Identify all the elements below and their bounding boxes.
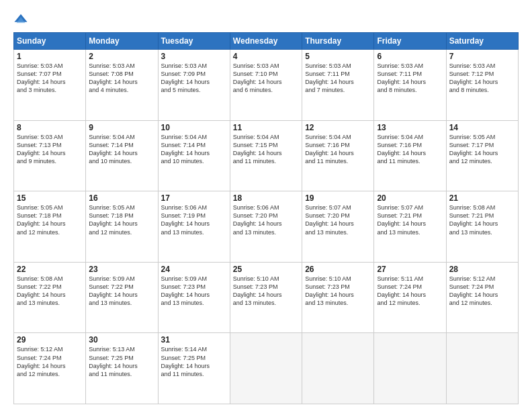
day-number: 30 [89, 335, 154, 345]
day-cell-7: 7 Sunrise: 5:03 AMSunset: 7:12 PMDayligh… [446, 50, 518, 121]
day-number: 13 [377, 123, 443, 132]
day-number: 14 [449, 123, 515, 132]
cell-content: Sunrise: 5:05 AMSunset: 7:18 PMDaylight:… [17, 204, 66, 235]
cell-content: Sunrise: 5:03 AMSunset: 7:10 PMDaylight:… [233, 62, 282, 93]
day-cell-18: 18 Sunrise: 5:06 AMSunset: 7:20 PMDaylig… [230, 191, 302, 263]
day-cell-17: 17 Sunrise: 5:06 AMSunset: 7:19 PMDaylig… [158, 191, 230, 263]
day-number: 11 [233, 123, 299, 132]
day-cell-27: 27 Sunrise: 5:11 AMSunset: 7:24 PMDaylig… [374, 262, 446, 333]
day-number: 6 [377, 52, 443, 61]
day-number: 15 [17, 193, 83, 203]
day-cell-13: 13 Sunrise: 5:04 AMSunset: 7:16 PMDaylig… [374, 120, 446, 191]
day-number: 12 [305, 123, 371, 132]
day-cell-3: 3 Sunrise: 5:03 AMSunset: 7:09 PMDayligh… [158, 50, 230, 121]
day-cell-1: 1 Sunrise: 5:03 AMSunset: 7:07 PMDayligh… [14, 50, 86, 121]
cell-content: Sunrise: 5:10 AMSunset: 7:23 PMDaylight:… [305, 275, 354, 306]
cell-content: Sunrise: 5:03 AMSunset: 7:11 PMDaylight:… [305, 62, 354, 93]
day-cell-20: 20 Sunrise: 5:07 AMSunset: 7:21 PMDaylig… [374, 191, 446, 263]
cell-content: Sunrise: 5:03 AMSunset: 7:13 PMDaylight:… [17, 134, 66, 165]
cell-content: Sunrise: 5:03 AMSunset: 7:09 PMDaylight:… [161, 62, 210, 93]
day-header-monday: Monday [86, 33, 158, 50]
day-cell-2: 2 Sunrise: 5:03 AMSunset: 7:08 PMDayligh… [86, 50, 158, 121]
day-number: 20 [377, 193, 443, 203]
day-number: 25 [233, 265, 299, 274]
day-cell-24: 24 Sunrise: 5:09 AMSunset: 7:23 PMDaylig… [158, 262, 230, 333]
day-number: 9 [89, 123, 154, 132]
day-number: 22 [17, 265, 83, 274]
day-number: 10 [161, 123, 227, 132]
day-header-tuesday: Tuesday [158, 33, 230, 50]
cell-content: Sunrise: 5:12 AMSunset: 7:24 PMDaylight:… [449, 275, 498, 306]
day-cell-12: 12 Sunrise: 5:04 AMSunset: 7:16 PMDaylig… [302, 120, 374, 191]
week-row-4: 22 Sunrise: 5:08 AMSunset: 7:22 PMDaylig… [14, 262, 519, 333]
page: SundayMondayTuesdayWednesdayThursdayFrid… [0, 0, 532, 411]
empty-cell [230, 333, 302, 404]
week-row-1: 1 Sunrise: 5:03 AMSunset: 7:07 PMDayligh… [14, 50, 519, 121]
day-cell-5: 5 Sunrise: 5:03 AMSunset: 7:11 PMDayligh… [302, 50, 374, 121]
cell-content: Sunrise: 5:04 AMSunset: 7:15 PMDaylight:… [233, 134, 282, 165]
day-header-saturday: Saturday [446, 33, 518, 50]
cell-content: Sunrise: 5:10 AMSunset: 7:23 PMDaylight:… [233, 275, 282, 306]
day-cell-15: 15 Sunrise: 5:05 AMSunset: 7:18 PMDaylig… [14, 191, 86, 263]
cell-content: Sunrise: 5:04 AMSunset: 7:16 PMDaylight:… [305, 134, 354, 165]
day-number: 19 [305, 193, 371, 203]
day-cell-9: 9 Sunrise: 5:04 AMSunset: 7:14 PMDayligh… [86, 120, 158, 191]
cell-content: Sunrise: 5:09 AMSunset: 7:23 PMDaylight:… [161, 275, 210, 306]
day-cell-26: 26 Sunrise: 5:10 AMSunset: 7:23 PMDaylig… [302, 262, 374, 333]
cell-content: Sunrise: 5:07 AMSunset: 7:21 PMDaylight:… [377, 204, 426, 235]
day-cell-30: 30 Sunrise: 5:13 AMSunset: 7:25 PMDaylig… [86, 333, 158, 404]
calendar-header-row: SundayMondayTuesdayWednesdayThursdayFrid… [14, 33, 519, 50]
day-cell-25: 25 Sunrise: 5:10 AMSunset: 7:23 PMDaylig… [230, 262, 302, 333]
day-cell-23: 23 Sunrise: 5:09 AMSunset: 7:22 PMDaylig… [86, 262, 158, 333]
day-number: 29 [17, 335, 83, 345]
empty-cell [302, 333, 374, 404]
day-number: 23 [89, 265, 154, 274]
day-number: 5 [305, 52, 371, 61]
day-number: 18 [233, 193, 299, 203]
cell-content: Sunrise: 5:06 AMSunset: 7:20 PMDaylight:… [233, 204, 282, 235]
logo-icon [13, 12, 28, 27]
empty-cell [446, 333, 518, 404]
day-cell-22: 22 Sunrise: 5:08 AMSunset: 7:22 PMDaylig… [14, 262, 86, 333]
day-cell-6: 6 Sunrise: 5:03 AMSunset: 7:11 PMDayligh… [374, 50, 446, 121]
day-cell-29: 29 Sunrise: 5:12 AMSunset: 7:24 PMDaylig… [14, 333, 86, 404]
cell-content: Sunrise: 5:04 AMSunset: 7:14 PMDaylight:… [89, 134, 138, 165]
day-number: 16 [89, 193, 154, 203]
calendar-table: SundayMondayTuesdayWednesdayThursdayFrid… [13, 32, 519, 404]
cell-content: Sunrise: 5:13 AMSunset: 7:25 PMDaylight:… [89, 346, 138, 377]
cell-content: Sunrise: 5:03 AMSunset: 7:08 PMDaylight:… [89, 62, 138, 93]
cell-content: Sunrise: 5:05 AMSunset: 7:17 PMDaylight:… [449, 134, 498, 165]
day-number: 17 [161, 193, 227, 203]
day-number: 24 [161, 265, 227, 274]
header [13, 12, 519, 27]
day-cell-10: 10 Sunrise: 5:04 AMSunset: 7:14 PMDaylig… [158, 120, 230, 191]
day-number: 31 [161, 335, 227, 345]
logo [13, 12, 31, 27]
day-number: 1 [17, 52, 83, 61]
cell-content: Sunrise: 5:06 AMSunset: 7:19 PMDaylight:… [161, 204, 210, 235]
cell-content: Sunrise: 5:12 AMSunset: 7:24 PMDaylight:… [17, 346, 66, 377]
empty-cell [374, 333, 446, 404]
cell-content: Sunrise: 5:08 AMSunset: 7:21 PMDaylight:… [449, 204, 498, 235]
cell-content: Sunrise: 5:03 AMSunset: 7:12 PMDaylight:… [449, 62, 498, 93]
day-number: 7 [449, 52, 515, 61]
day-number: 2 [89, 52, 154, 61]
cell-content: Sunrise: 5:08 AMSunset: 7:22 PMDaylight:… [17, 275, 66, 306]
day-header-sunday: Sunday [14, 33, 86, 50]
day-number: 28 [449, 265, 515, 274]
cell-content: Sunrise: 5:03 AMSunset: 7:11 PMDaylight:… [377, 62, 426, 93]
day-number: 4 [233, 52, 299, 61]
cell-content: Sunrise: 5:03 AMSunset: 7:07 PMDaylight:… [17, 62, 66, 93]
cell-content: Sunrise: 5:07 AMSunset: 7:20 PMDaylight:… [305, 204, 354, 235]
day-number: 27 [377, 265, 443, 274]
day-header-friday: Friday [374, 33, 446, 50]
day-cell-14: 14 Sunrise: 5:05 AMSunset: 7:17 PMDaylig… [446, 120, 518, 191]
day-cell-4: 4 Sunrise: 5:03 AMSunset: 7:10 PMDayligh… [230, 50, 302, 121]
day-number: 21 [449, 193, 515, 203]
day-number: 26 [305, 265, 371, 274]
day-cell-16: 16 Sunrise: 5:05 AMSunset: 7:18 PMDaylig… [86, 191, 158, 263]
day-cell-11: 11 Sunrise: 5:04 AMSunset: 7:15 PMDaylig… [230, 120, 302, 191]
cell-content: Sunrise: 5:09 AMSunset: 7:22 PMDaylight:… [89, 275, 138, 306]
week-row-2: 8 Sunrise: 5:03 AMSunset: 7:13 PMDayligh… [14, 120, 519, 191]
week-row-3: 15 Sunrise: 5:05 AMSunset: 7:18 PMDaylig… [14, 191, 519, 263]
